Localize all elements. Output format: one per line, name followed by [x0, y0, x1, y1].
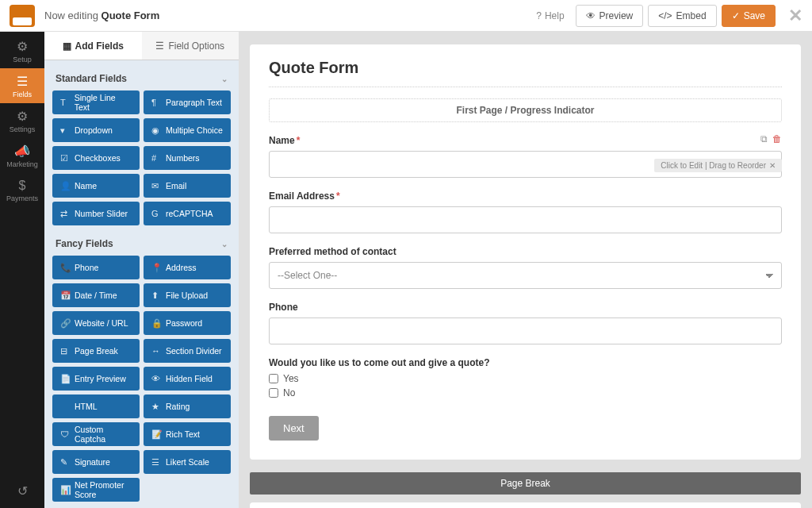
save-button[interactable]: ✓Save — [722, 5, 776, 27]
field-label: Preferred method of contact — [269, 246, 782, 257]
nav-payments[interactable]: $Payments — [0, 173, 44, 208]
radio-no[interactable]: No — [269, 387, 782, 398]
code-icon: </> — [658, 10, 672, 21]
field-icon: # — [151, 153, 160, 163]
field-icon: ◉ — [151, 125, 160, 136]
trash-icon[interactable]: 🗑 — [772, 133, 782, 144]
list-icon: ☰ — [17, 74, 28, 89]
field-btn-address[interactable]: 📍Address — [144, 256, 231, 279]
field-btn-paragraph-text[interactable]: ¶Paragraph Text — [144, 90, 231, 114]
field-label: Would you like us to come out and give a… — [269, 357, 782, 368]
gear-icon: ⚙ — [17, 39, 28, 54]
field-btn-number-slider[interactable]: ⇄Number Slider — [52, 202, 140, 225]
field-btn-single-line-text[interactable]: TSingle Line Text — [52, 90, 140, 114]
field-email[interactable]: Email Address* — [269, 190, 782, 233]
embed-button[interactable]: </>Embed — [648, 5, 716, 27]
nav-marketing[interactable]: 📣Marketing — [0, 138, 44, 173]
field-icon: ▾ — [60, 125, 69, 136]
field-icon: 📍 — [151, 263, 160, 273]
field-btn-website-url[interactable]: 🔗Website / URL — [52, 311, 140, 335]
contact-select[interactable]: --Select One-- — [269, 262, 782, 289]
field-icon: ⊟ — [60, 346, 69, 356]
nav-history[interactable]: ↺ — [0, 473, 44, 508]
field-btn-dropdown[interactable]: ▾Dropdown — [52, 118, 140, 142]
field-btn-date-time[interactable]: 📅Date / Time — [52, 283, 140, 307]
radio-yes[interactable]: Yes — [269, 373, 782, 384]
field-icon: 📅 — [60, 291, 69, 301]
field-btn-phone[interactable]: 📞Phone — [52, 256, 140, 279]
field-icon: ↔ — [151, 346, 160, 356]
field-btn-multiple-choice[interactable]: ◉Multiple Choice — [144, 118, 231, 142]
duplicate-icon[interactable]: ⧉ — [760, 133, 768, 144]
check-icon: ✓ — [732, 10, 740, 21]
field-name[interactable]: ⧉🗑 Name* Click to Edit | Drag to Reorder… — [269, 135, 782, 178]
grid-icon: ▦ — [63, 40, 71, 52]
section-standard[interactable]: Standard Fields⌄ — [52, 67, 231, 90]
nav-settings[interactable]: ⚙Settings — [0, 103, 44, 138]
field-icon: ☰ — [151, 457, 160, 468]
options-icon: ☰ — [155, 40, 164, 52]
field-icon: G — [151, 209, 160, 218]
help-link[interactable]: ?Help — [536, 10, 564, 21]
dollar-icon: $ — [19, 179, 26, 193]
field-icon: 🔗 — [60, 318, 69, 329]
field-btn-file-upload[interactable]: ⬆File Upload — [144, 283, 231, 307]
next-button[interactable]: Next — [269, 416, 319, 441]
field-btn-section-divider[interactable]: ↔Section Divider — [144, 339, 231, 363]
close-icon[interactable]: ✕ — [788, 6, 802, 26]
field-btn-email[interactable]: ✉Email — [144, 174, 231, 198]
field-icon: ☑ — [60, 153, 69, 164]
email-input[interactable] — [269, 206, 782, 233]
field-btn-entry-preview[interactable]: 📄Entry Preview — [52, 367, 140, 391]
field-icon: 🔒 — [151, 318, 160, 329]
nav-fields[interactable]: ☰Fields — [0, 68, 44, 103]
field-icon: 👤 — [60, 181, 69, 191]
preview-button[interactable]: 👁Preview — [576, 5, 644, 27]
help-icon: ? — [536, 10, 542, 21]
page-break[interactable]: Page Break — [250, 472, 801, 495]
field-hint: Click to Edit | Drag to Reorder✕ — [654, 159, 782, 172]
field-quote-question[interactable]: Would you like us to come out and give a… — [269, 357, 782, 398]
chevron-down-icon: ⌄ — [221, 75, 228, 83]
phone-input[interactable] — [269, 318, 782, 344]
field-icon: 🛡 — [60, 429, 69, 439]
field-icon: ¶ — [151, 98, 160, 107]
field-btn-numbers[interactable]: #Numbers — [144, 146, 231, 170]
field-icon: ✎ — [60, 457, 69, 468]
field-btn-custom-captcha[interactable]: 🛡Custom Captcha — [52, 422, 140, 446]
field-btn-rich-text[interactable]: 📝Rich Text — [144, 422, 231, 446]
field-label: Name* — [269, 135, 782, 146]
field-btn-signature[interactable]: ✎Signature — [52, 450, 140, 474]
field-label: Phone — [269, 302, 782, 313]
field-icon: 📞 — [60, 263, 69, 273]
section-fancy[interactable]: Fancy Fields⌄ — [52, 232, 231, 256]
field-icon: 📄 — [60, 374, 69, 384]
field-icon: ⇄ — [60, 209, 69, 219]
field-btn-name[interactable]: 👤Name — [52, 174, 140, 198]
field-btn-likert-scale[interactable]: ☰Likert Scale — [144, 450, 231, 474]
field-btn-checkboxes[interactable]: ☑Checkboxes — [52, 146, 140, 170]
field-icon: ✉ — [151, 181, 160, 191]
megaphone-icon: 📣 — [14, 144, 30, 159]
eye-icon: 👁 — [586, 10, 596, 21]
field-btn-page-break[interactable]: ⊟Page Break — [52, 339, 140, 363]
field-icon: ⬆ — [151, 291, 160, 301]
field-icon: 📝 — [151, 429, 160, 440]
field-btn-net-promoter-score[interactable]: 📊Net Promoter Score — [52, 478, 140, 502]
progress-indicator[interactable]: First Page / Progress Indicator — [269, 98, 782, 122]
nav-setup[interactable]: ⚙Setup — [0, 33, 44, 68]
field-contact-method[interactable]: Preferred method of contact --Select One… — [269, 246, 782, 289]
field-btn-recaptcha[interactable]: GreCAPTCHA — [144, 202, 231, 225]
field-icon: 👁 — [151, 374, 160, 383]
field-btn-rating[interactable]: ★Rating — [144, 394, 231, 418]
wpforms-logo — [10, 5, 35, 27]
field-phone[interactable]: Phone — [269, 302, 782, 344]
editing-label: Now editing Quote Form — [44, 10, 159, 21]
close-hint-icon[interactable]: ✕ — [769, 161, 776, 170]
field-btn-password[interactable]: 🔒Password — [144, 311, 231, 335]
field-btn-hidden-field[interactable]: 👁Hidden Field — [144, 367, 231, 391]
sliders-icon: ⚙ — [17, 109, 28, 124]
tab-field-options[interactable]: ☰Field Options — [142, 32, 239, 60]
tab-add-fields[interactable]: ▦Add Fields — [44, 32, 142, 60]
field-btn-html[interactable]: HTML — [52, 394, 140, 418]
